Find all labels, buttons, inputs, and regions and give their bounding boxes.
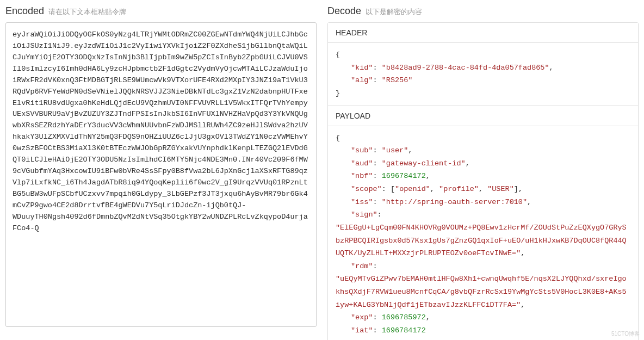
payload-section-title: PAYLOAD <box>328 106 638 126</box>
encoded-title-text: Encoded <box>5 5 44 17</box>
watermark: 51CTO博客 <box>611 330 640 338</box>
payload-section: PAYLOAD {"sub": "user","aud": "gateway-c… <box>328 106 638 341</box>
header-section: HEADER {"kid": "b8428ad9-2788-4cac-84fd-… <box>328 23 638 106</box>
header-section-title: HEADER <box>328 23 638 43</box>
decode-subtitle: 以下是解密的内容 <box>366 7 422 17</box>
encoded-subtitle: 请在以下文本框粘贴令牌 <box>48 7 126 17</box>
header-json-body: {"kid": "b8428ad9-2788-4cac-84fd-4da057f… <box>328 43 638 106</box>
decode-title-text: Decode <box>327 5 361 17</box>
payload-json-body: {"sub": "user","aud": "gateway-client-id… <box>328 126 638 341</box>
encoded-title: Encoded 请在以下文本框粘贴令牌 <box>5 5 317 17</box>
encoded-panel: Encoded 请在以下文本框粘贴令牌 eyJraWQiOiJiODQyOGFk… <box>5 5 317 340</box>
encoded-textarea[interactable]: eyJraWQiOiJiODQyOGFkOS0yNzg4LTRjYWMtODRm… <box>5 22 317 327</box>
decode-title: Decode 以下是解密的内容 <box>327 5 639 17</box>
decode-content: HEADER {"kid": "b8428ad9-2788-4cac-84fd-… <box>327 22 639 340</box>
main-container: Encoded 请在以下文本框粘贴令牌 eyJraWQiOiJiODQyOGFk… <box>5 5 639 340</box>
decode-panel: Decode 以下是解密的内容 HEADER {"kid": "b8428ad9… <box>327 5 639 340</box>
